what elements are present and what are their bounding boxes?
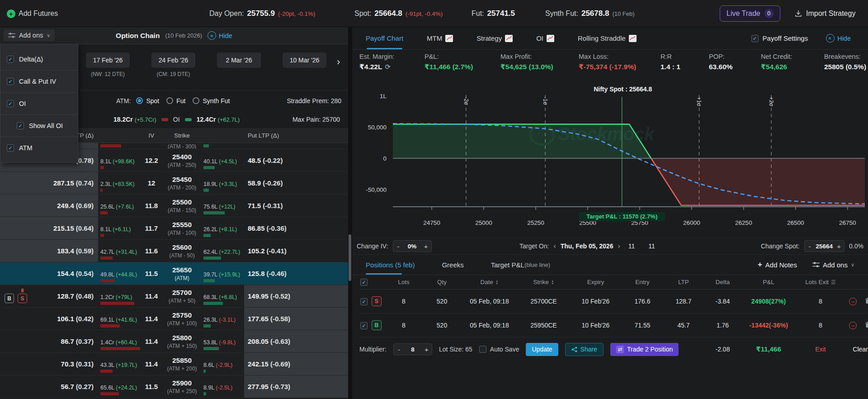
- checkbox-icon[interactable]: ✓: [751, 35, 759, 42]
- checkbox-icon[interactable]: ✓: [479, 346, 486, 353]
- addon-item-delta[interactable]: ✓Delta(Δ): [0, 48, 78, 70]
- auto-save-toggle[interactable]: ✓ Auto Save: [479, 346, 519, 353]
- checkbox-icon[interactable]: ✓: [17, 122, 24, 129]
- sort-icon[interactable]: ▲▼: [551, 280, 554, 285]
- tab-positions-5-feb[interactable]: Positions (5 feb): [366, 255, 415, 275]
- put-oi-cell-change: (+12L): [217, 204, 236, 210]
- chevron-right-icon[interactable]: ›: [337, 56, 340, 68]
- payoff-panel: Payoff ChartMTMStrategyOIRolling Straddl…: [352, 27, 868, 399]
- row-checkbox[interactable]: ✓: [360, 322, 368, 329]
- minus-circle-icon[interactable]: –: [849, 322, 857, 329]
- iv-decrease-button[interactable]: -: [393, 241, 404, 252]
- option-chain-row-25500[interactable]: 249.4(0.69)25.6L (+7.6L)11.825500(ATM - …: [0, 195, 348, 217]
- side-badge-b[interactable]: B: [372, 320, 382, 330]
- expiry-button[interactable]: 17 Feb '26: [86, 52, 130, 68]
- trash-icon[interactable]: [865, 297, 868, 305]
- checkbox-icon[interactable]: ✓: [7, 78, 14, 85]
- live-trade-button[interactable]: Live Trade 0: [720, 5, 780, 22]
- spot-increase-button[interactable]: +: [834, 241, 844, 252]
- target-on-label: Target On:: [519, 242, 549, 250]
- date-next-icon[interactable]: ›: [618, 242, 620, 250]
- scrollbar-thumb[interactable]: [349, 234, 351, 281]
- option-chain-addons-button[interactable]: Add ons ∨: [4, 29, 55, 41]
- call-ltp-value: 183.4: [57, 247, 74, 255]
- buy-button[interactable]: B: [5, 294, 14, 303]
- option-chain-row-25750[interactable]: 106.1(0.42)69.1L (+41.6L)11.425750(ATM +…: [0, 308, 348, 330]
- option-chain-row-25700[interactable]: B8S128.7(0.48)1.2Cr (+79L)11.425700(ATM …: [0, 285, 348, 308]
- clear-button[interactable]: Clear: [845, 346, 868, 353]
- lots-exit-cell[interactable]: 8: [796, 322, 845, 329]
- payoff-hide-button[interactable]: « Hide: [826, 34, 851, 43]
- atm-radio-spot[interactable]: Spot: [136, 97, 159, 104]
- multiplier-decrease-button[interactable]: -: [394, 344, 404, 355]
- tab-rolling-straddle[interactable]: Rolling Straddle: [578, 27, 637, 49]
- add-notes-button[interactable]: + Add Notes: [758, 260, 797, 269]
- side-badge-s[interactable]: S: [372, 296, 382, 306]
- tab-mtm[interactable]: MTM: [427, 27, 453, 49]
- option-chain-row-25800[interactable]: 86.7(0.37)1.4Cr (+60.4L)11.425800(ATM + …: [0, 330, 348, 353]
- lots-exit-cell[interactable]: 8: [796, 298, 845, 305]
- trade-positions-button[interactable]: ⇄ Trade 2 Position: [610, 343, 679, 356]
- filter-icon[interactable]: ☰: [831, 279, 836, 285]
- multiplier-increase-button[interactable]: +: [421, 344, 432, 355]
- update-button[interactable]: Update: [526, 343, 558, 356]
- option-chain-hide-button[interactable]: « Hide: [208, 31, 232, 40]
- tab-strategy[interactable]: Strategy: [476, 27, 513, 49]
- tab-greeks[interactable]: Greeks: [442, 255, 463, 275]
- share-button[interactable]: Share: [565, 343, 604, 356]
- minus-circle-icon[interactable]: –: [849, 298, 857, 305]
- put-ltp-value: 48.5: [248, 157, 261, 164]
- put-ltp-value: 242.15: [248, 360, 269, 368]
- strike-value: 25500: [172, 198, 192, 206]
- put-oi-cell-text: 75.6L (+12L): [203, 204, 244, 210]
- payoff-settings-label: Payoff Settings: [763, 34, 808, 42]
- tab-target-p-l[interactable]: Target P&L(blue line): [491, 255, 550, 275]
- iv-increase-button[interactable]: +: [421, 241, 431, 252]
- select-all-checkbox[interactable]: ✓: [360, 279, 368, 286]
- addon-item-atm[interactable]: ✓ATM: [0, 137, 78, 159]
- spot-decrease-button[interactable]: -: [805, 241, 815, 252]
- spot-input-value[interactable]: 25664: [815, 243, 834, 250]
- trash-icon[interactable]: [865, 321, 868, 329]
- checkbox-icon[interactable]: ✓: [7, 144, 14, 152]
- add-futures-label: Add Futures: [19, 10, 58, 18]
- target-date[interactable]: Thu, Feb 05, 2026: [561, 242, 613, 250]
- option-chain-row-25900[interactable]: 56.7(0.27)65.6L (+24.2L)11.525900(ATM + …: [0, 375, 348, 398]
- put-ltp-cell: 86.85(-0.36): [244, 217, 348, 239]
- option-chain-row-25650[interactable]: 154.4(0.54)49.8L (+44.8L)11.525650(ATM)3…: [0, 262, 348, 285]
- put-oi-cell: [201, 143, 244, 149]
- import-strategy-button[interactable]: Import Strategy: [795, 0, 855, 27]
- tab-payoff-chart[interactable]: Payoff Chart: [366, 27, 403, 49]
- add-futures-button[interactable]: + Add Futures: [7, 0, 58, 27]
- atm-radio-fut[interactable]: Fut: [166, 97, 185, 104]
- checkbox-icon[interactable]: ✓: [7, 100, 14, 107]
- spot-value: 25664.8: [374, 9, 402, 18]
- sort-icon[interactable]: ▲▼: [495, 280, 498, 285]
- strike-cell: 25900(ATM + 250): [163, 375, 201, 398]
- addon-item-oi[interactable]: ✓OI: [0, 92, 78, 114]
- tab-oi[interactable]: OI: [536, 27, 554, 49]
- exit-all-button[interactable]: Exit: [796, 346, 845, 353]
- option-chain-row-25600[interactable]: 183.4(0.59)42.7L (+31.4L)11.625600(ATM -…: [0, 240, 348, 262]
- payoff-settings-toggle[interactable]: ✓ Payoff Settings: [751, 34, 808, 42]
- refresh-icon[interactable]: ⟳: [385, 63, 391, 71]
- positions-addons-button[interactable]: Add ons ∨: [812, 261, 854, 269]
- strike-cell: 25950CE: [518, 322, 570, 329]
- addon-item-show-all-oi[interactable]: ✓Show All OI: [0, 114, 78, 137]
- expiry-button[interactable]: 24 Feb '26: [151, 52, 195, 68]
- strike-note: (ATM): [175, 275, 189, 281]
- option-chain-row-25450[interactable]: 287.15(0.74)2.3L (+83.5K)1225450(ATM - 2…: [0, 172, 348, 195]
- addon-item-call-put-iv[interactable]: ✓Call & Put IV: [0, 70, 78, 92]
- sell-button[interactable]: S: [18, 294, 27, 303]
- checkbox-icon[interactable]: ✓: [7, 56, 14, 63]
- expiry-button[interactable]: 2 Mar '26: [217, 52, 261, 68]
- option-chain-row-25850[interactable]: 70.3(0.31)43.3L (+19.7L)11.425850(ATM + …: [0, 353, 348, 375]
- expiry-button[interactable]: 10 Mar '26: [283, 52, 326, 68]
- atm-radio-synth-fut[interactable]: Synth Fut: [193, 97, 230, 104]
- put-ltp-cell: 277.95(-0.73): [244, 375, 348, 398]
- date-prev-icon[interactable]: ‹: [553, 242, 556, 250]
- option-chain-row-25550[interactable]: 215.15(0.64)8.1L (+6.1L)11.725550(ATM - …: [0, 217, 348, 240]
- row-checkbox[interactable]: ✓: [360, 298, 368, 305]
- addon-label: Call & Put IV: [19, 78, 56, 85]
- call-oi-cell-value: 8.1L: [100, 158, 111, 165]
